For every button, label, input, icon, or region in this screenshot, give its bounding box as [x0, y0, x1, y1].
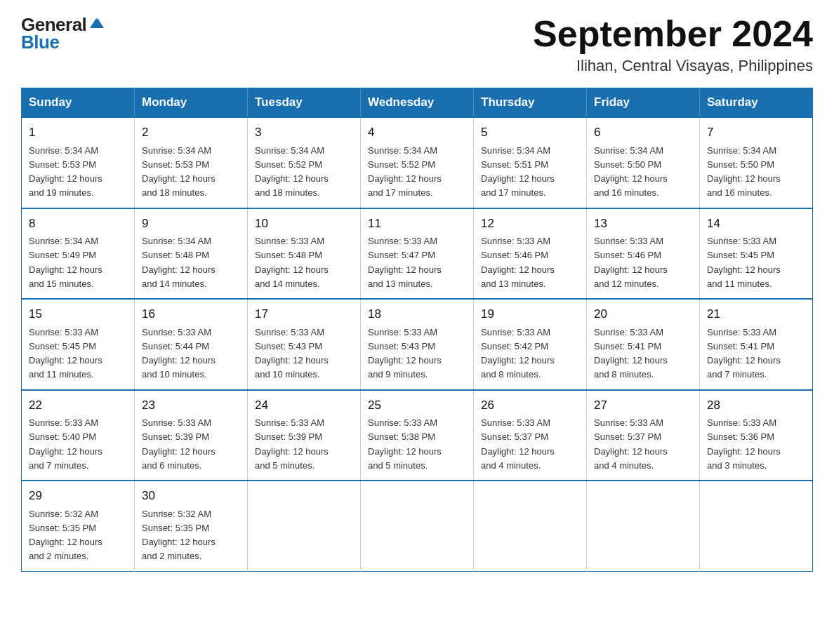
day-number: 23: [142, 396, 240, 415]
day-number: 3: [255, 123, 353, 142]
day-info: Sunrise: 5:34 AMSunset: 5:53 PMDaylight:…: [142, 145, 216, 199]
day-info: Sunrise: 5:33 AMSunset: 5:41 PMDaylight:…: [594, 327, 668, 380]
weekday-header-sunday: Sunday: [22, 88, 135, 118]
day-cell-13: 13 Sunrise: 5:33 AMSunset: 5:46 PMDaylig…: [587, 208, 700, 300]
day-number: 29: [29, 487, 127, 505]
day-cell-2: 2 Sunrise: 5:34 AMSunset: 5:53 PMDayligh…: [135, 117, 248, 208]
day-cell-7: 7 Sunrise: 5:34 AMSunset: 5:50 PMDayligh…: [700, 117, 813, 208]
day-number: 15: [29, 305, 127, 323]
day-info: Sunrise: 5:33 AMSunset: 5:40 PMDaylight:…: [29, 417, 102, 471]
week-row-5: 29 Sunrise: 5:32 AMSunset: 5:35 PMDaylig…: [22, 481, 813, 571]
day-number: 6: [594, 123, 692, 142]
day-number: 11: [368, 215, 466, 233]
day-info: Sunrise: 5:33 AMSunset: 5:43 PMDaylight:…: [255, 327, 329, 380]
day-cell-10: 10 Sunrise: 5:33 AMSunset: 5:48 PMDaylig…: [248, 208, 361, 300]
day-number: 28: [707, 396, 805, 415]
day-info: Sunrise: 5:33 AMSunset: 5:44 PMDaylight:…: [142, 327, 216, 380]
day-info: Sunrise: 5:33 AMSunset: 5:39 PMDaylight:…: [255, 417, 329, 471]
day-cell-16: 16 Sunrise: 5:33 AMSunset: 5:44 PMDaylig…: [135, 299, 248, 390]
day-number: 2: [142, 123, 240, 142]
day-cell-12: 12 Sunrise: 5:33 AMSunset: 5:46 PMDaylig…: [474, 208, 587, 300]
day-info: Sunrise: 5:33 AMSunset: 5:42 PMDaylight:…: [481, 327, 555, 380]
empty-cell: [700, 481, 813, 571]
week-row-1: 1 Sunrise: 5:34 AMSunset: 5:53 PMDayligh…: [22, 117, 813, 208]
day-info: Sunrise: 5:33 AMSunset: 5:48 PMDaylight:…: [255, 236, 329, 289]
day-info: Sunrise: 5:34 AMSunset: 5:52 PMDaylight:…: [368, 145, 442, 199]
day-cell-15: 15 Sunrise: 5:33 AMSunset: 5:45 PMDaylig…: [22, 299, 135, 390]
day-info: Sunrise: 5:32 AMSunset: 5:35 PMDaylight:…: [29, 509, 102, 562]
day-info: Sunrise: 5:33 AMSunset: 5:47 PMDaylight:…: [368, 236, 442, 289]
day-cell-17: 17 Sunrise: 5:33 AMSunset: 5:43 PMDaylig…: [248, 299, 361, 390]
day-number: 30: [142, 487, 240, 505]
day-info: Sunrise: 5:34 AMSunset: 5:49 PMDaylight:…: [29, 236, 102, 289]
day-cell-3: 3 Sunrise: 5:34 AMSunset: 5:52 PMDayligh…: [248, 117, 361, 208]
day-info: Sunrise: 5:32 AMSunset: 5:35 PMDaylight:…: [142, 509, 216, 562]
day-number: 4: [368, 123, 466, 142]
day-info: Sunrise: 5:34 AMSunset: 5:53 PMDaylight:…: [29, 145, 102, 199]
calendar-subtitle: Ilihan, Central Visayas, Philippines: [533, 57, 813, 75]
calendar-table: SundayMondayTuesdayWednesdayThursdayFrid…: [21, 88, 813, 572]
day-number: 12: [481, 215, 579, 233]
day-number: 20: [594, 305, 692, 323]
day-cell-30: 30 Sunrise: 5:32 AMSunset: 5:35 PMDaylig…: [135, 481, 248, 571]
empty-cell: [248, 481, 361, 571]
logo-blue: Blue: [21, 32, 59, 53]
weekday-header-wednesday: Wednesday: [361, 88, 474, 118]
day-cell-11: 11 Sunrise: 5:33 AMSunset: 5:47 PMDaylig…: [361, 208, 474, 300]
day-info: Sunrise: 5:33 AMSunset: 5:39 PMDaylight:…: [142, 417, 216, 471]
week-row-4: 22 Sunrise: 5:33 AMSunset: 5:40 PMDaylig…: [22, 390, 813, 481]
day-number: 19: [481, 305, 579, 323]
title-block: September 2024 Ilihan, Central Visayas, …: [533, 14, 813, 75]
logo-triangle-icon: [88, 15, 104, 34]
day-number: 1: [29, 123, 127, 142]
day-number: 14: [707, 215, 805, 233]
day-info: Sunrise: 5:33 AMSunset: 5:41 PMDaylight:…: [707, 327, 781, 380]
empty-cell: [361, 481, 474, 571]
day-info: Sunrise: 5:33 AMSunset: 5:37 PMDaylight:…: [481, 417, 555, 471]
calendar-title: September 2024: [533, 14, 813, 54]
day-number: 17: [255, 305, 353, 323]
weekday-header-row: SundayMondayTuesdayWednesdayThursdayFrid…: [22, 88, 813, 118]
day-cell-25: 25 Sunrise: 5:33 AMSunset: 5:38 PMDaylig…: [361, 390, 474, 481]
day-number: 18: [368, 305, 466, 323]
day-cell-8: 8 Sunrise: 5:34 AMSunset: 5:49 PMDayligh…: [22, 208, 135, 300]
weekday-header-thursday: Thursday: [474, 88, 587, 118]
day-info: Sunrise: 5:33 AMSunset: 5:46 PMDaylight:…: [481, 236, 555, 289]
day-cell-19: 19 Sunrise: 5:33 AMSunset: 5:42 PMDaylig…: [474, 299, 587, 390]
day-info: Sunrise: 5:33 AMSunset: 5:46 PMDaylight:…: [594, 236, 668, 289]
day-cell-9: 9 Sunrise: 5:34 AMSunset: 5:48 PMDayligh…: [135, 208, 248, 300]
day-cell-29: 29 Sunrise: 5:32 AMSunset: 5:35 PMDaylig…: [22, 481, 135, 571]
weekday-header-friday: Friday: [587, 88, 700, 118]
day-cell-22: 22 Sunrise: 5:33 AMSunset: 5:40 PMDaylig…: [22, 390, 135, 481]
day-info: Sunrise: 5:34 AMSunset: 5:51 PMDaylight:…: [481, 145, 555, 199]
day-cell-26: 26 Sunrise: 5:33 AMSunset: 5:37 PMDaylig…: [474, 390, 587, 481]
day-number: 8: [29, 215, 127, 233]
weekday-header-tuesday: Tuesday: [248, 88, 361, 118]
day-cell-20: 20 Sunrise: 5:33 AMSunset: 5:41 PMDaylig…: [587, 299, 700, 390]
weekday-header-saturday: Saturday: [700, 88, 813, 118]
day-cell-1: 1 Sunrise: 5:34 AMSunset: 5:53 PMDayligh…: [22, 117, 135, 208]
day-cell-14: 14 Sunrise: 5:33 AMSunset: 5:45 PMDaylig…: [700, 208, 813, 300]
day-number: 5: [481, 123, 579, 142]
day-number: 16: [142, 305, 240, 323]
day-cell-21: 21 Sunrise: 5:33 AMSunset: 5:41 PMDaylig…: [700, 299, 813, 390]
day-cell-27: 27 Sunrise: 5:33 AMSunset: 5:37 PMDaylig…: [587, 390, 700, 481]
week-row-3: 15 Sunrise: 5:33 AMSunset: 5:45 PMDaylig…: [22, 299, 813, 390]
day-number: 26: [481, 396, 579, 415]
day-info: Sunrise: 5:33 AMSunset: 5:45 PMDaylight:…: [707, 236, 781, 289]
day-number: 24: [255, 396, 353, 415]
day-cell-23: 23 Sunrise: 5:33 AMSunset: 5:39 PMDaylig…: [135, 390, 248, 481]
day-cell-28: 28 Sunrise: 5:33 AMSunset: 5:36 PMDaylig…: [700, 390, 813, 481]
day-info: Sunrise: 5:34 AMSunset: 5:50 PMDaylight:…: [707, 145, 781, 199]
day-number: 21: [707, 305, 805, 323]
day-info: Sunrise: 5:33 AMSunset: 5:38 PMDaylight:…: [368, 417, 442, 471]
day-info: Sunrise: 5:34 AMSunset: 5:50 PMDaylight:…: [594, 145, 668, 199]
day-number: 25: [368, 396, 466, 415]
logo: General Blue: [21, 14, 104, 53]
day-cell-6: 6 Sunrise: 5:34 AMSunset: 5:50 PMDayligh…: [587, 117, 700, 208]
day-number: 7: [707, 123, 805, 142]
day-info: Sunrise: 5:33 AMSunset: 5:37 PMDaylight:…: [594, 417, 668, 471]
day-cell-4: 4 Sunrise: 5:34 AMSunset: 5:52 PMDayligh…: [361, 117, 474, 208]
day-info: Sunrise: 5:33 AMSunset: 5:43 PMDaylight:…: [368, 327, 442, 380]
day-cell-24: 24 Sunrise: 5:33 AMSunset: 5:39 PMDaylig…: [248, 390, 361, 481]
